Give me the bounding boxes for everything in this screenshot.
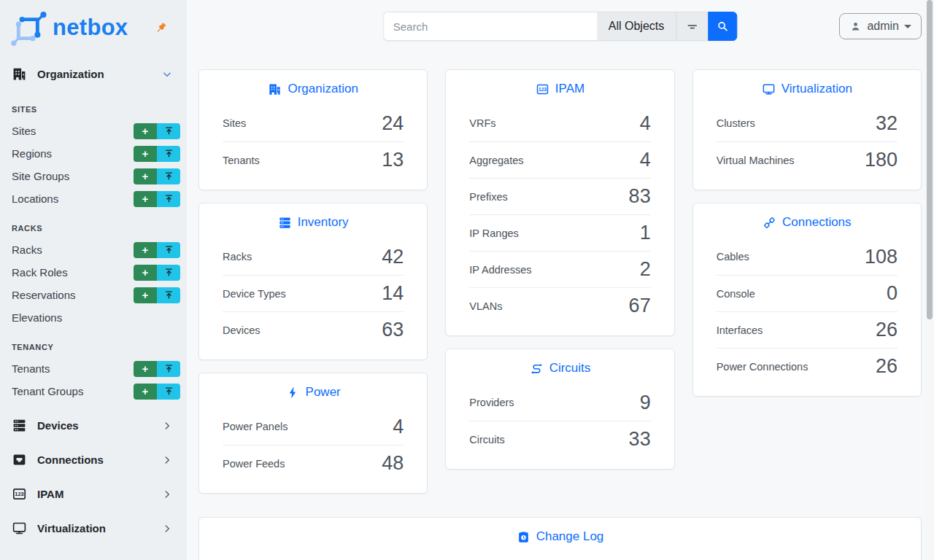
stat-row: Power Connections26 <box>717 348 898 384</box>
card-body: Clusters32Virtual Machines180 <box>693 105 921 190</box>
netbox-logo[interactable]: netbox <box>10 9 128 47</box>
card-virtualization: VirtualizationClusters32Virtual Machines… <box>692 69 922 190</box>
stat-row: Power Feeds48 <box>223 445 404 481</box>
card-title-link[interactable]: Virtualization <box>693 70 921 105</box>
upload-icon <box>164 245 174 254</box>
sidebar-item-link[interactable]: Tenants <box>12 362 50 375</box>
chevron-right-icon <box>162 421 172 431</box>
sidebar-menu-virtualization[interactable]: Virtualization <box>0 511 187 545</box>
search-scope-button[interactable]: All Objects <box>597 12 676 41</box>
stat-value[interactable]: 1 <box>640 222 651 244</box>
stat-value[interactable]: 108 <box>865 246 898 268</box>
sidebar-menu-connections[interactable]: Connections <box>0 443 187 477</box>
sidebar-item-link[interactable]: Tenant Groups <box>12 385 83 397</box>
user-menu-button[interactable]: admin <box>839 13 922 39</box>
stat-value[interactable]: 63 <box>382 319 404 341</box>
stat-value[interactable]: 26 <box>876 319 898 341</box>
card-title-link[interactable]: Connections <box>693 203 921 238</box>
add-button[interactable]: + <box>134 146 157 162</box>
stat-label: IP Addresses <box>469 264 531 276</box>
card-body: Sites24Tenants13 <box>199 105 427 190</box>
import-button[interactable] <box>157 191 180 207</box>
stat-value[interactable]: 4 <box>393 416 404 438</box>
stat-value[interactable]: 0 <box>887 282 898 305</box>
sidebar-item-link[interactable]: Regions <box>12 147 52 160</box>
card-title: Virtualization <box>781 82 852 96</box>
sidebar-item-link[interactable]: Elevations <box>12 311 62 324</box>
stat-value[interactable]: 4 <box>640 149 651 171</box>
stat-value[interactable]: 33 <box>629 428 651 451</box>
chevron-right-icon <box>162 524 172 534</box>
server-stack-icon <box>12 418 27 433</box>
stat-value[interactable]: 32 <box>876 112 898 135</box>
add-button[interactable]: + <box>134 265 157 281</box>
card-body: Racks42Device Types14Devices63 <box>199 238 427 359</box>
search-input[interactable] <box>383 12 597 41</box>
import-button[interactable] <box>157 361 180 377</box>
card-title-link[interactable]: Power <box>199 373 427 408</box>
add-button[interactable]: + <box>134 361 157 377</box>
sidebar-item-link[interactable]: Locations <box>12 192 58 205</box>
card-title-link[interactable]: 123IPAM <box>446 70 674 105</box>
stat-value[interactable]: 14 <box>382 282 404 305</box>
sidebar-item-link[interactable]: Rack Roles <box>12 266 68 279</box>
sidebar-item-site-groups: Site Groups+ <box>0 165 187 187</box>
netbox-wordmark: netbox <box>53 15 128 41</box>
user-name: admin <box>867 20 899 33</box>
add-button[interactable]: + <box>134 242 157 258</box>
sidebar-menu-organization[interactable]: Organization <box>0 57 187 91</box>
stat-value[interactable]: 83 <box>629 185 651 208</box>
card-title-link[interactable]: Organization <box>199 70 427 105</box>
import-button[interactable] <box>157 123 180 139</box>
import-button[interactable] <box>157 242 180 258</box>
import-button[interactable] <box>157 287 180 303</box>
stat-label: Racks <box>223 251 252 262</box>
import-button[interactable] <box>157 146 180 162</box>
stat-row: Aggregates4 <box>469 141 650 178</box>
sidebar-item-elevations: Elevations <box>0 306 187 329</box>
change-log-link[interactable]: Change Log <box>199 518 921 553</box>
sidebar-menu-label: Connections <box>37 454 104 466</box>
add-button[interactable]: + <box>134 384 157 400</box>
add-button[interactable]: + <box>134 287 157 303</box>
sidebar-logo-row: netbox <box>0 0 187 57</box>
stat-label: Devices <box>223 324 260 336</box>
import-button[interactable] <box>157 265 180 281</box>
sidebar-menu-devices[interactable]: Devices <box>0 408 187 443</box>
add-button[interactable]: + <box>134 191 157 207</box>
stat-value[interactable]: 42 <box>382 246 404 268</box>
stat-row: IP Ranges1 <box>469 214 650 251</box>
sidebar-item-link[interactable]: Reservations <box>12 289 76 301</box>
stat-value[interactable]: 24 <box>382 112 404 135</box>
card-title-link[interactable]: Circuits <box>446 349 674 384</box>
scrollbar-thumb[interactable] <box>927 0 933 319</box>
pin-sidebar-button[interactable] <box>154 21 168 35</box>
stat-value[interactable]: 67 <box>629 295 651 317</box>
chevron-right-icon <box>162 455 172 465</box>
stat-row: Sites24 <box>223 105 404 141</box>
stat-value[interactable]: 26 <box>876 355 898 378</box>
card-title-link[interactable]: Inventory <box>199 203 427 238</box>
stat-value[interactable]: 48 <box>382 452 404 475</box>
sidebar-menu-ipam[interactable]: 123IPAM <box>0 477 187 511</box>
stat-value[interactable]: 180 <box>865 149 898 171</box>
filter-button[interactable] <box>676 12 708 41</box>
stat-value[interactable]: 2 <box>640 258 651 281</box>
import-button[interactable] <box>157 384 180 400</box>
stat-label: Aggregates <box>469 155 523 166</box>
numbers-icon: 123 <box>12 486 27 502</box>
add-button[interactable]: + <box>134 123 157 139</box>
sidebar-item-link[interactable]: Racks <box>12 244 42 256</box>
search-submit-button[interactable] <box>708 12 737 41</box>
sidebar-item-link[interactable]: Sites <box>12 125 36 137</box>
stat-label: VRFs <box>469 117 495 129</box>
add-button[interactable]: + <box>134 168 157 184</box>
stat-label: Clusters <box>717 117 755 129</box>
import-button[interactable] <box>157 168 180 184</box>
stat-row: Interfaces26 <box>717 311 898 348</box>
stat-value[interactable]: 9 <box>640 392 651 414</box>
stat-value[interactable]: 13 <box>382 149 404 171</box>
sidebar-item-link[interactable]: Site Groups <box>12 170 69 182</box>
stat-value[interactable]: 4 <box>640 112 651 135</box>
card-organization: OrganizationSites24Tenants13 <box>198 69 428 190</box>
